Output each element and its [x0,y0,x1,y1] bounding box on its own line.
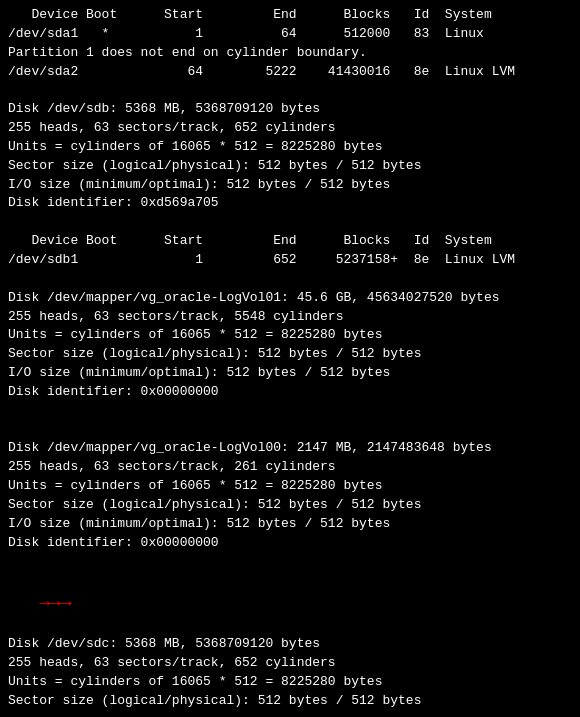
blank-4 [8,402,572,421]
logvol01-info-2: 255 heads, 63 sectors/track, 5548 cylind… [8,308,572,327]
logvol01-info-5: I/O size (minimum/optimal): 512 bytes / … [8,364,572,383]
blank-2 [8,213,572,232]
sdb1-line: /dev/sdb1 1 652 5237158+ 8e Linux LVM [8,251,572,270]
sda2-line: /dev/sda2 64 5222 41430016 8e Linux LVM [8,63,572,82]
logvol01-info-3: Units = cylinders of 16065 * 512 = 82252… [8,326,572,345]
sdc-info-3: Disk /dev/sdc: 5368 MB, 5368709120 bytes [8,635,572,654]
sdc-info-6: Sector size (logical/physical): 512 byte… [8,692,572,711]
sdc-info-4: 255 heads, 63 sectors/track, 652 cylinde… [8,654,572,673]
blank-3 [8,270,572,289]
blank-1 [8,81,572,100]
logvol01-info-1: Disk /dev/mapper/vg_oracle-LogVol01: 45.… [8,289,572,308]
logvol00-info-1: Disk /dev/mapper/vg_oracle-LogVol00: 214… [8,439,572,458]
logvol01-info-6: Disk identifier: 0x00000000 [8,383,572,402]
sdb-info-3: Units = cylinders of 16065 * 512 = 82252… [8,138,572,157]
terminal-window: Device Boot Start End Blocks Id System /… [8,6,572,717]
blank-6 [8,552,572,571]
header-line-1: Device Boot Start End Blocks Id System [8,6,572,25]
sdb-info-1: Disk /dev/sdb: 5368 MB, 5368709120 bytes [8,100,572,119]
sdb-info-6: Disk identifier: 0xd569a705 [8,194,572,213]
sdb-info-4: Sector size (logical/physical): 512 byte… [8,157,572,176]
logvol00-info-6: Disk identifier: 0x00000000 [8,534,572,553]
logvol01-info-4: Sector size (logical/physical): 512 byte… [8,345,572,364]
sdb-info-2: 255 heads, 63 sectors/track, 652 cylinde… [8,119,572,138]
sdb-info-5: I/O size (minimum/optimal): 512 bytes / … [8,176,572,195]
logvol00-info-2: 255 heads, 63 sectors/track, 261 cylinde… [8,458,572,477]
blank-5 [8,421,572,440]
red-arrow-icon: →→→ [39,593,71,613]
sdc-info-5: Units = cylinders of 16065 * 512 = 82252… [8,673,572,692]
logvol00-info-4: Sector size (logical/physical): 512 byte… [8,496,572,515]
logvol00-info-5: I/O size (minimum/optimal): 512 bytes / … [8,515,572,534]
sda1-line: /dev/sda1 * 1 64 512000 83 Linux [8,25,572,44]
arrow-line: →→→ [8,571,572,635]
header-line-2: Device Boot Start End Blocks Id System [8,232,572,251]
warn-line: Partition 1 does not end on cylinder bou… [8,44,572,63]
logvol00-info-3: Units = cylinders of 16065 * 512 = 82252… [8,477,572,496]
